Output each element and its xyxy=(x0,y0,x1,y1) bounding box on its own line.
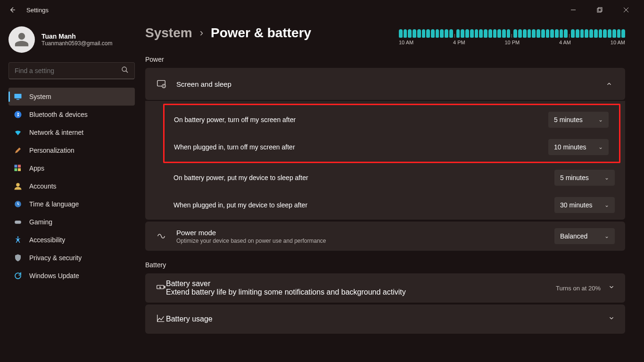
nav-label: Apps xyxy=(29,165,44,172)
nav-bluetooth[interactable]: Bluetooth & devices xyxy=(8,106,135,123)
window-title: Settings xyxy=(26,7,49,14)
nav-label: Accounts xyxy=(29,182,57,190)
chevron-down-icon: ⌄ xyxy=(604,174,609,181)
battery-usage-icon xyxy=(156,313,166,325)
apps-icon xyxy=(13,164,23,173)
wifi-icon xyxy=(13,128,23,137)
screen-off-plugged-label: When plugged in, turn off my screen afte… xyxy=(174,143,548,151)
update-icon xyxy=(13,271,23,280)
content-area: System › Power & battery 10 AM4 PM10 PM4… xyxy=(143,20,644,336)
svg-rect-9 xyxy=(15,168,17,171)
battery-chart[interactable]: 10 AM4 PM10 PM4 AM10 AM xyxy=(399,25,625,45)
brush-icon xyxy=(13,146,23,155)
sidebar: Tuan Manh Tuanmanh0593@gmail.com System … xyxy=(0,20,143,336)
section-battery-label: Battery xyxy=(145,261,625,269)
sleep-battery-dropdown[interactable]: 5 minutes⌄ xyxy=(554,170,615,186)
chevron-down-icon: ⌄ xyxy=(604,233,609,239)
nav-personalization[interactable]: Personalization xyxy=(8,141,135,159)
clock-icon xyxy=(13,199,23,209)
profile-email: Tuanmanh0593@gmail.com xyxy=(41,40,112,47)
close-button[interactable] xyxy=(618,3,635,16)
nav-apps[interactable]: Apps xyxy=(8,159,135,177)
search-input[interactable] xyxy=(15,67,121,74)
nav-label: Windows Update xyxy=(29,272,79,280)
nav-label: Accessibility xyxy=(29,236,65,244)
back-button[interactable] xyxy=(7,4,18,16)
power-mode-dropdown[interactable]: Balanced⌄ xyxy=(554,228,615,244)
nav-accessibility[interactable]: Accessibility xyxy=(8,231,135,249)
power-mode-subtitle: Optimize your device based on power use … xyxy=(176,238,554,244)
nav-network[interactable]: Network & internet xyxy=(8,123,135,141)
svg-rect-2 xyxy=(598,8,602,11)
highlight-box: On battery power, turn off my screen aft… xyxy=(163,104,620,163)
nav-label: Privacy & security xyxy=(29,254,82,262)
svg-point-3 xyxy=(122,67,126,71)
breadcrumb: System › Power & battery xyxy=(145,25,311,41)
nav-list: System Bluetooth & devices Network & int… xyxy=(8,88,135,285)
back-arrow-icon xyxy=(8,6,16,14)
nav-gaming[interactable]: Gaming xyxy=(8,213,135,231)
screen-off-plugged-row: When plugged in, turn off my screen afte… xyxy=(165,133,619,161)
power-mode-card: Power mode Optimize your device based on… xyxy=(145,222,625,251)
battery-usage-title: Battery usage xyxy=(166,315,608,323)
avatar xyxy=(8,26,35,53)
minimize-icon xyxy=(570,7,576,13)
battery-saver-status: Turns on at 20% xyxy=(556,285,601,292)
sleep-plugged-row: When plugged in, put my device to sleep … xyxy=(145,191,625,219)
monitor-icon xyxy=(13,92,23,101)
sleep-plugged-label: When plugged in, put my device to sleep … xyxy=(173,201,554,209)
screen-sleep-header[interactable]: Screen and sleep xyxy=(145,68,625,100)
svg-rect-5 xyxy=(17,99,19,100)
chevron-down-icon: ⌄ xyxy=(604,202,609,208)
sleep-battery-label: On battery power, put my device to sleep… xyxy=(173,174,554,181)
profile-block[interactable]: Tuan Manh Tuanmanh0593@gmail.com xyxy=(8,26,143,53)
screen-off-plugged-dropdown[interactable]: 10 minutes⌄ xyxy=(548,139,609,155)
nav-label: Bluetooth & devices xyxy=(29,111,88,118)
profile-name: Tuan Manh xyxy=(41,33,112,40)
svg-rect-8 xyxy=(18,165,21,168)
nav-label: Personalization xyxy=(29,147,74,154)
svg-rect-10 xyxy=(18,168,21,171)
sleep-plugged-dropdown[interactable]: 30 minutes⌄ xyxy=(554,197,615,213)
nav-label: System xyxy=(29,93,51,100)
chevron-right-icon: › xyxy=(200,27,203,39)
chevron-down-icon: ⌄ xyxy=(598,144,603,150)
screen-off-battery-row: On battery power, turn off my screen aft… xyxy=(165,106,619,133)
maximize-icon xyxy=(597,7,603,13)
power-mode-icon xyxy=(156,230,167,242)
chevron-down-icon xyxy=(608,315,615,323)
bluetooth-icon xyxy=(13,110,23,119)
breadcrumb-leaf: Power & battery xyxy=(211,25,311,41)
close-icon xyxy=(623,7,629,13)
chevron-down-icon xyxy=(608,284,615,292)
screen-sleep-icon xyxy=(156,78,167,90)
battery-saver-card[interactable]: Battery saver Extend battery life by lim… xyxy=(145,273,625,303)
svg-rect-18 xyxy=(164,286,165,288)
battery-saver-icon xyxy=(156,282,166,294)
screen-off-battery-dropdown[interactable]: 5 minutes⌄ xyxy=(548,112,609,128)
screen-sleep-panel: On battery power, turn off my screen aft… xyxy=(145,101,625,220)
nav-label: Time & language xyxy=(29,200,79,208)
sleep-battery-row: On battery power, put my device to sleep… xyxy=(145,164,625,191)
shield-icon xyxy=(13,253,23,263)
svg-rect-7 xyxy=(15,165,17,168)
minimize-button[interactable] xyxy=(565,3,582,16)
maximize-button[interactable] xyxy=(591,3,608,16)
power-mode-title: Power mode xyxy=(176,229,554,237)
nav-privacy[interactable]: Privacy & security xyxy=(8,249,135,267)
chevron-up-icon xyxy=(603,78,615,90)
nav-system[interactable]: System xyxy=(8,88,135,106)
search-box[interactable] xyxy=(8,62,135,79)
search-icon xyxy=(121,66,129,75)
nav-update[interactable]: Windows Update xyxy=(8,267,135,285)
breadcrumb-root[interactable]: System xyxy=(145,25,192,41)
svg-rect-13 xyxy=(15,221,21,224)
section-power-label: Power xyxy=(145,56,625,63)
accessibility-icon xyxy=(13,235,23,245)
battery-saver-subtitle: Extend battery life by limiting some not… xyxy=(166,288,556,296)
battery-usage-card[interactable]: Battery usage xyxy=(145,304,625,334)
screen-off-battery-label: On battery power, turn off my screen aft… xyxy=(174,116,548,123)
person-fill-icon xyxy=(13,181,23,191)
nav-accounts[interactable]: Accounts xyxy=(8,177,135,195)
nav-time[interactable]: Time & language xyxy=(8,195,135,213)
